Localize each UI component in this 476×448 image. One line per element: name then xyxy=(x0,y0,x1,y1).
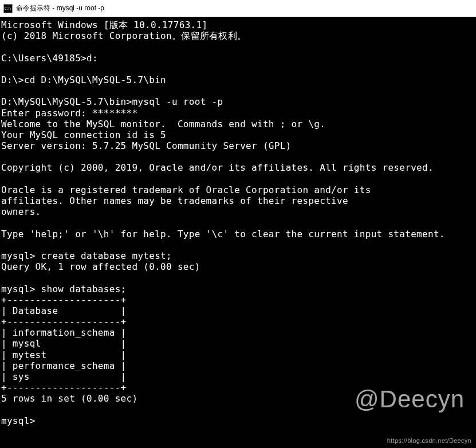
terminal-output[interactable]: Microsoft Windows [版本 10.0.17763.1] (c) … xyxy=(0,17,476,448)
output-line: | Database | xyxy=(1,305,127,316)
output-line: +--------------------+ xyxy=(1,382,127,393)
output-line: Your MySQL connection id is 5 xyxy=(1,129,166,140)
output-line: D:\MySQL\MySQL-5.7\bin>mysql -u root -p xyxy=(1,96,223,107)
output-line: affiliates. Other names may be trademark… xyxy=(1,195,348,206)
watermark-text: @Deecyn xyxy=(355,385,465,414)
output-line: | mysql | xyxy=(1,338,127,349)
footer-url: https://blog.csdn.net/Deecyn xyxy=(387,437,471,445)
output-line: D:\>cd D:\MySQL\MySQL-5.7\bin xyxy=(1,74,166,85)
output-line: C:\Users\49185>d: xyxy=(1,53,98,64)
output-line: mysql> show databases; xyxy=(1,284,127,294)
output-line: +--------------------+ xyxy=(1,316,127,327)
output-line: | information_schema | xyxy=(1,327,127,338)
title-bar[interactable]: C:\ 命令提示符 - mysql -u root -p xyxy=(0,0,476,17)
output-line: Microsoft Windows [版本 10.0.17763.1] xyxy=(1,19,207,30)
output-line: Type 'help;' or '\h' for help. Type '\c'… xyxy=(1,229,445,239)
output-line: mysql> xyxy=(1,415,36,426)
output-line: Query OK, 1 row affected (0.00 sec) xyxy=(1,261,200,272)
output-line: (c) 2018 Microsoft Corporation。保留所有权利。 xyxy=(1,30,246,41)
output-line: Copyright (c) 2000, 2019, Oracle and/or … xyxy=(1,162,434,173)
output-line: | sys | xyxy=(1,371,127,382)
cmd-icon: C:\ xyxy=(3,4,13,13)
output-line: Welcome to the MySQL monitor. Commands e… xyxy=(1,119,325,129)
output-line: Oracle is a registered trademark of Orac… xyxy=(1,184,371,195)
output-line: Server version: 5.7.25 MySQL Community S… xyxy=(1,140,292,151)
output-line: Enter password: ******** xyxy=(1,108,137,119)
output-line: owners. xyxy=(1,206,41,217)
output-line: +--------------------+ xyxy=(1,294,127,305)
window-title: 命令提示符 - mysql -u root -p xyxy=(16,3,104,13)
output-line: | performance_schema | xyxy=(1,360,127,371)
output-line: mysql> create database mytest; xyxy=(1,250,172,261)
output-line: 5 rows in set (0.00 sec) xyxy=(1,393,137,404)
output-line: | mytest | xyxy=(1,349,127,360)
